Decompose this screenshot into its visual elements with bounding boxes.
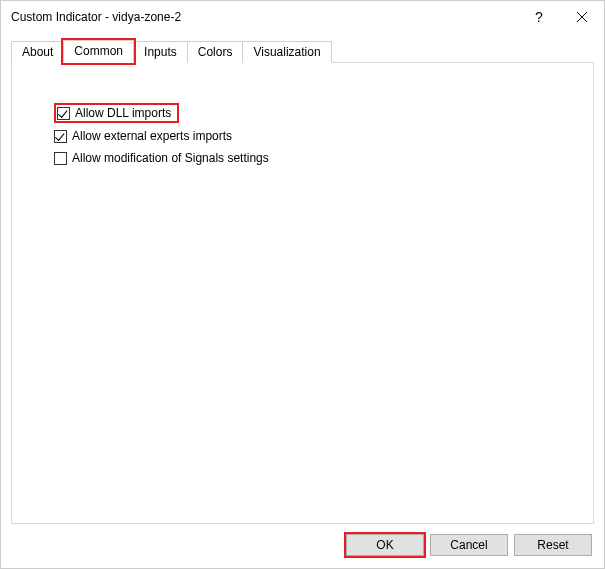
label-allow-signals: Allow modification of Signals settings <box>72 151 269 165</box>
option-allow-signals[interactable]: Allow modification of Signals settings <box>54 151 553 165</box>
tab-common[interactable]: Common <box>63 40 134 63</box>
close-button[interactable] <box>559 2 604 32</box>
option-allow-dll[interactable]: Allow DLL imports <box>54 103 179 123</box>
tab-visualization[interactable]: Visualization <box>242 41 331 63</box>
reset-button[interactable]: Reset <box>514 534 592 556</box>
ok-button[interactable]: OK <box>346 534 424 556</box>
help-button[interactable]: ? <box>519 2 559 32</box>
window-title: Custom Indicator - vidya-zone-2 <box>11 10 519 24</box>
tabstrip: About Common Inputs Colors Visualization <box>11 39 594 62</box>
tab-colors[interactable]: Colors <box>187 41 244 63</box>
content-area: About Common Inputs Colors Visualization… <box>1 33 604 524</box>
label-allow-dll: Allow DLL imports <box>75 106 171 120</box>
checkbox-allow-experts[interactable] <box>54 130 67 143</box>
dialog-footer: OK Cancel Reset <box>1 524 604 568</box>
checkbox-allow-signals[interactable] <box>54 152 67 165</box>
help-icon: ? <box>535 9 543 25</box>
cancel-button[interactable]: Cancel <box>430 534 508 556</box>
close-icon <box>577 12 587 22</box>
checkbox-allow-dll[interactable] <box>57 107 70 120</box>
dialog-window: Custom Indicator - vidya-zone-2 ? About … <box>0 0 605 569</box>
label-allow-experts: Allow external experts imports <box>72 129 232 143</box>
option-allow-experts[interactable]: Allow external experts imports <box>54 129 553 143</box>
tab-panel-common: Allow DLL imports Allow external experts… <box>11 62 594 524</box>
tab-about[interactable]: About <box>11 41 64 63</box>
titlebar: Custom Indicator - vidya-zone-2 ? <box>1 1 604 33</box>
tab-inputs[interactable]: Inputs <box>133 41 188 63</box>
